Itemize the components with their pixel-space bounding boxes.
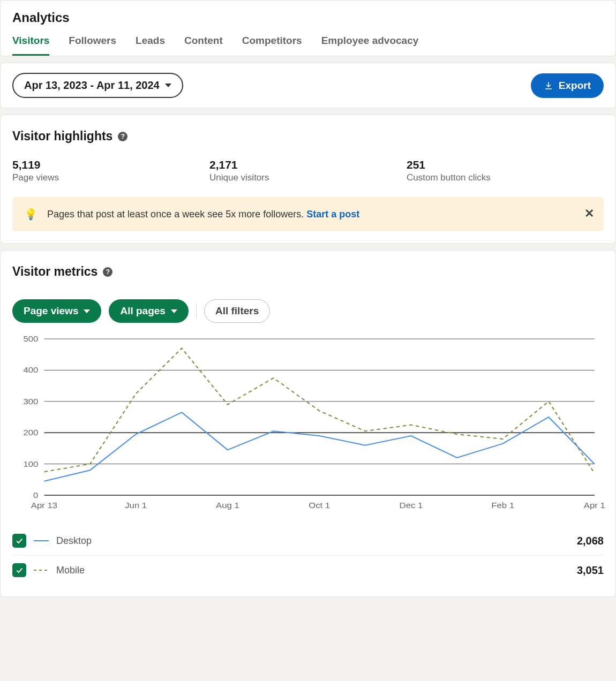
svg-text:Apr 13: Apr 13: [31, 501, 57, 510]
swatch-desktop: [34, 540, 49, 541]
date-range-label: Apr 13, 2023 - Apr 11, 2024: [24, 79, 160, 92]
highlight-unique-visitors: 2,171 Unique visitors: [209, 158, 407, 183]
metrics-title: Visitor metrics: [12, 264, 97, 279]
svg-text:400: 400: [23, 366, 38, 374]
highlight-label: Unique visitors: [209, 172, 407, 183]
svg-text:Dec 1: Dec 1: [400, 501, 423, 510]
highlights-row: 5,119 Page views 2,171 Unique visitors 2…: [12, 158, 604, 183]
legend-value: 2,068: [577, 535, 604, 547]
highlight-label: Custom button clicks: [407, 172, 604, 183]
visitor-metrics-chart: 0100200300400500Apr 13Jun 1Aug 1Oct 1Dec…: [16, 335, 600, 511]
tab-employee-advocacy[interactable]: Employee advocacy: [321, 35, 419, 56]
filter-row: Page views All pages All filters: [12, 299, 604, 323]
chevron-down-icon: [84, 309, 90, 313]
filter-pages-label: All pages: [120, 305, 165, 317]
svg-text:100: 100: [23, 459, 38, 468]
highlights-title: Visitor highlights: [12, 129, 112, 143]
close-icon[interactable]: ✕: [584, 207, 594, 221]
tip-message: Pages that post at least once a week see…: [47, 209, 306, 220]
legend-value: 3,051: [577, 564, 604, 577]
chevron-down-icon: [165, 84, 171, 87]
analytics-header: Analytics Visitors Followers Leads Conte…: [0, 0, 616, 56]
highlight-page-views: 5,119 Page views: [12, 158, 209, 183]
highlight-value: 5,119: [12, 158, 209, 171]
chevron-down-icon: [171, 309, 177, 313]
svg-text:Aug 1: Aug 1: [216, 501, 239, 510]
highlight-value: 251: [407, 158, 604, 171]
highlight-label: Page views: [12, 172, 209, 183]
tab-leads[interactable]: Leads: [136, 35, 165, 56]
legend-label: Mobile: [56, 565, 569, 576]
svg-text:500: 500: [23, 335, 38, 343]
line-chart: 0100200300400500Apr 13Jun 1Aug 1Oct 1Dec…: [16, 335, 600, 511]
tab-visitors[interactable]: Visitors: [12, 35, 49, 56]
filter-pages-dropdown[interactable]: All pages: [109, 299, 188, 323]
tab-followers[interactable]: Followers: [69, 35, 116, 56]
svg-text:Oct 1: Oct 1: [309, 501, 330, 510]
help-icon[interactable]: ?: [118, 132, 127, 141]
highlight-value: 2,171: [209, 158, 407, 171]
lightbulb-icon: 💡: [24, 208, 37, 221]
download-icon: [544, 81, 553, 90]
toolbar: Apr 13, 2023 - Apr 11, 2024 Export: [0, 63, 616, 108]
metrics-title-row: Visitor metrics ?: [12, 264, 112, 279]
svg-text:Feb 1: Feb 1: [491, 501, 514, 510]
svg-text:300: 300: [23, 397, 38, 406]
tab-content[interactable]: Content: [184, 35, 223, 56]
checkbox-desktop[interactable]: [12, 534, 26, 548]
export-label: Export: [559, 80, 591, 92]
all-filters-button[interactable]: All filters: [204, 299, 270, 323]
highlight-custom-clicks: 251 Custom button clicks: [407, 158, 604, 183]
help-icon[interactable]: ?: [103, 267, 112, 277]
highlights-title-row: Visitor highlights ?: [12, 129, 127, 143]
export-button[interactable]: Export: [531, 73, 604, 98]
legend-label: Desktop: [56, 535, 569, 547]
visitor-highlights: Visitor highlights ? 5,119 Page views 2,…: [0, 115, 616, 244]
tip-text: Pages that post at least once a week see…: [47, 209, 359, 220]
visitor-metrics: Visitor metrics ? Page views All pages A…: [0, 250, 616, 597]
divider: [196, 304, 197, 319]
svg-text:Jun 1: Jun 1: [125, 501, 147, 510]
check-icon: [15, 566, 24, 574]
legend-mobile: Mobile 3,051: [12, 556, 604, 585]
svg-text:Apr 1: Apr 1: [584, 501, 605, 510]
chart-legend: Desktop 2,068 Mobile 3,051: [12, 526, 604, 585]
start-post-link[interactable]: Start a post: [306, 209, 359, 220]
svg-text:200: 200: [23, 428, 38, 437]
check-icon: [15, 536, 24, 545]
swatch-mobile: [34, 570, 49, 571]
checkbox-mobile[interactable]: [12, 563, 26, 577]
tip-banner: 💡 Pages that post at least once a week s…: [12, 197, 604, 231]
page-title: Analytics: [12, 10, 604, 25]
analytics-tabs: Visitors Followers Leads Content Competi…: [12, 35, 604, 56]
all-filters-label: All filters: [215, 305, 259, 317]
svg-text:0: 0: [33, 491, 38, 500]
date-range-picker[interactable]: Apr 13, 2023 - Apr 11, 2024: [12, 73, 183, 98]
tab-competitors[interactable]: Competitors: [242, 35, 302, 56]
legend-desktop: Desktop 2,068: [12, 526, 604, 556]
filter-metric-dropdown[interactable]: Page views: [12, 299, 101, 323]
filter-metric-label: Page views: [24, 305, 78, 317]
